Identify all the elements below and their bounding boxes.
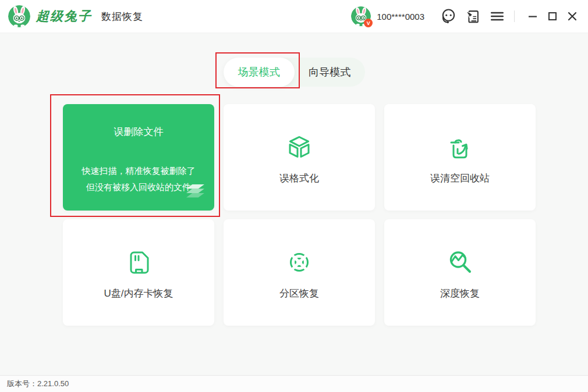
close-icon[interactable] [565, 9, 580, 24]
card-label: 分区恢复 [279, 287, 319, 300]
maximize-icon[interactable] [545, 9, 560, 24]
card-title: 误删除文件 [63, 125, 214, 138]
card-recycle-bin[interactable]: 误清空回收站 [384, 104, 536, 211]
mode-tab-group: 场景模式 向导模式 [224, 58, 365, 87]
cube-icon [285, 133, 313, 161]
card-label: 误格式化 [279, 172, 319, 185]
rabbit-logo-icon [8, 5, 30, 27]
brand-name: 超级兔子 [36, 8, 92, 25]
avatar[interactable]: V [351, 6, 371, 26]
card-deleted-files[interactable]: 误删除文件 快速扫描，精准恢复被删除了 但没有被移入回收站的文件 [63, 104, 214, 211]
card-label: 误清空回收站 [430, 172, 490, 185]
product-name: 数据恢复 [101, 10, 143, 23]
card-usb-memory[interactable]: U盘/内存卡恢复 [63, 219, 214, 326]
tab-wizard-mode[interactable]: 向导模式 [295, 58, 366, 87]
magnifier-chart-icon [446, 248, 474, 276]
card-label: U盘/内存卡恢复 [104, 287, 173, 300]
tab-scene-mode[interactable]: 场景模式 [224, 58, 295, 87]
version-label: 版本号：2.21.0.50 [7, 379, 69, 389]
card-label: 深度恢复 [440, 287, 480, 300]
account-id: 100****0003 [377, 12, 424, 22]
statusbar: 版本号：2.21.0.50 [0, 375, 588, 392]
brand: 超级兔子 数据恢复 [8, 5, 143, 27]
card-partition[interactable]: 分区恢复 [224, 219, 375, 326]
partition-ring-icon [285, 248, 313, 276]
titlebar-separator [514, 10, 515, 22]
layers-icon [184, 184, 206, 204]
feedback-note-icon[interactable] [464, 8, 481, 25]
trash-restore-icon [446, 133, 474, 161]
card-formatted[interactable]: 误格式化 [224, 104, 375, 211]
card-deep-recovery[interactable]: 深度恢复 [384, 219, 536, 326]
minimize-icon[interactable] [525, 9, 540, 24]
vip-badge: V [364, 19, 373, 27]
hamburger-menu-icon[interactable] [488, 8, 506, 25]
card-description-line1: 快速扫描，精准恢复被删除了 [63, 163, 214, 179]
headset-icon[interactable] [440, 8, 457, 25]
titlebar: 超级兔子 数据恢复 V 100****0003 [0, 0, 588, 33]
main-area: 场景模式 向导模式 误删除文件 快速扫描，精准恢复被删除了 但没有被移入回收站的… [0, 33, 588, 375]
sd-card-icon [125, 248, 153, 276]
